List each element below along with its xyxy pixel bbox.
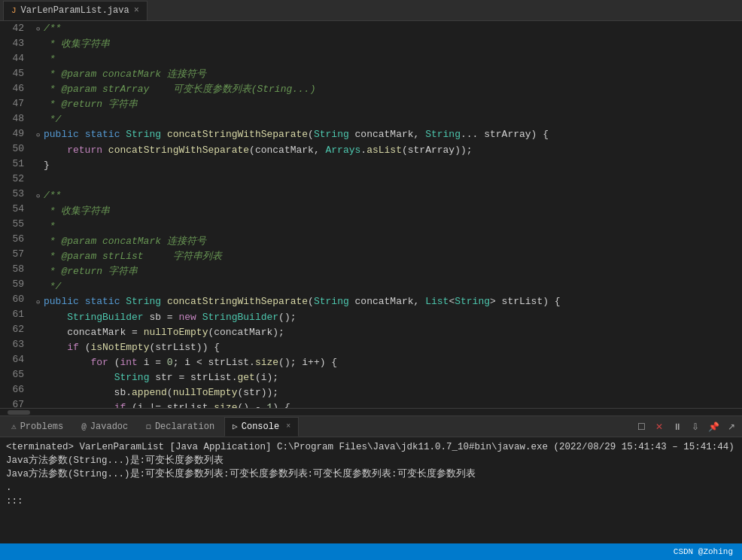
- code-line: * @return 字符串: [36, 264, 742, 279]
- scroll-lock-button[interactable]: ⇩: [688, 419, 703, 434]
- line-number: 49: [6, 126, 24, 142]
- collapse-icon[interactable]: ⊖: [36, 295, 44, 310]
- code-line: String str = strList.get(i);: [36, 370, 742, 385]
- code-line: for (int i = 0; i < strList.size(); i++)…: [36, 355, 742, 370]
- editor-tab[interactable]: J VarLenParamList.java ×: [3, 1, 147, 20]
- line-number: 48: [6, 111, 24, 126]
- line-number: 52: [6, 172, 24, 187]
- code-line: * @param strList 字符串列表: [36, 249, 742, 264]
- line-number: 44: [6, 51, 24, 66]
- panel-tab-problems[interactable]: ⚠Problems: [3, 417, 71, 437]
- line-number: 42: [6, 21, 24, 36]
- line-number: 56: [6, 232, 24, 247]
- maximize-button[interactable]: ↗: [724, 419, 739, 434]
- code-line: ⊖/**: [36, 21, 742, 37]
- h-scroll-thumb[interactable]: [8, 410, 30, 415]
- code-line: ⊖public static String concatStringWithSe…: [36, 294, 742, 310]
- line-number-gutter: 4243444546474849505152535455565758596061…: [0, 21, 30, 408]
- code-line: if (i != strList.size() - 1) {: [36, 400, 742, 408]
- suspend-button[interactable]: ⏸: [670, 419, 685, 434]
- line-number: 61: [6, 307, 24, 322]
- line-number: 55: [6, 217, 24, 232]
- code-content[interactable]: ⊖/** * 收集字符串 * * @param concatMark 连接符号 …: [30, 21, 742, 408]
- line-number: 65: [6, 367, 24, 382]
- code-line: concatMark = nullToEmpty(concatMark);: [36, 325, 742, 340]
- code-line: *: [36, 52, 742, 67]
- collapse-icon[interactable]: ⊖: [36, 128, 44, 143]
- line-number: 67: [6, 397, 24, 408]
- code-line: *: [36, 219, 742, 234]
- console-output-line: Java方法参数(String...)是:可变长度参数列表: [6, 454, 736, 467]
- code-line: */: [36, 279, 742, 294]
- line-number: 53: [6, 187, 24, 202]
- line-number: 64: [6, 352, 24, 367]
- console-output-line: Java方法参数(String...)是:可变长度参数列表:可变长度参数列表:可…: [6, 467, 736, 481]
- pin-button[interactable]: 📌: [706, 419, 721, 434]
- java-file-icon: J: [11, 6, 17, 15]
- code-line: * 收集字符串: [36, 204, 742, 219]
- line-number: 66: [6, 382, 24, 397]
- console-tab-close[interactable]: ×: [286, 422, 290, 431]
- stop-button[interactable]: ✕: [652, 419, 667, 434]
- console-output-line: :::: [6, 495, 736, 508]
- code-line: return concatStringWithSeparate(concatMa…: [36, 143, 742, 158]
- console-tab-label: Console: [242, 422, 279, 432]
- line-number: 46: [6, 81, 24, 96]
- panel-tab-javadoc[interactable]: @Javadoc: [73, 417, 136, 437]
- panel-tab-declaration[interactable]: ◻Declaration: [138, 417, 223, 437]
- code-editor: 4243444546474849505152535455565758596061…: [0, 21, 742, 408]
- declaration-tab-icon: ◻: [146, 422, 151, 431]
- code-line: if (isNotEmpty(strList)) {: [36, 340, 742, 355]
- editor-tab-bar: J VarLenParamList.java ×: [0, 0, 742, 21]
- code-line: [36, 173, 742, 188]
- minimize-button[interactable]: ☐: [634, 419, 649, 434]
- line-number: 45: [6, 66, 24, 81]
- line-number: 63: [6, 337, 24, 352]
- console-tab-icon: ▷: [233, 422, 238, 431]
- line-number: 59: [6, 277, 24, 292]
- code-line: ⊖public static String concatStringWithSe…: [36, 127, 742, 143]
- code-line: }: [36, 158, 742, 173]
- panel-toolbar: ☐ ✕ ⏸ ⇩ 📌 ↗: [634, 419, 739, 434]
- bottom-panel: ⚠Problems@Javadoc◻Declaration▷Console× ☐…: [0, 415, 742, 543]
- code-line: * 收集字符串: [36, 37, 742, 52]
- code-line: sb.append(nullToEmpty(str));: [36, 385, 742, 400]
- terminated-line: <terminated> VarLenParamList [Java Appli…: [6, 440, 736, 454]
- line-number: 47: [6, 96, 24, 111]
- line-number: 60: [6, 292, 24, 307]
- line-number: 62: [6, 322, 24, 337]
- code-line: * @param strArray 可变长度参数列表(String...): [36, 82, 742, 97]
- declaration-tab-label: Declaration: [155, 422, 214, 432]
- line-number: 43: [6, 36, 24, 51]
- tab-close-icon[interactable]: ×: [134, 5, 139, 16]
- code-line: StringBuilder sb = new StringBuilder();: [36, 310, 742, 325]
- code-line: */: [36, 112, 742, 127]
- line-number: 54: [6, 202, 24, 217]
- tab-filename: VarLenParamList.java: [21, 5, 129, 16]
- code-line: * @param concatMark 连接符号: [36, 234, 742, 249]
- panel-tab-console[interactable]: ▷Console×: [224, 417, 299, 437]
- code-line: * @param concatMark 连接符号: [36, 67, 742, 82]
- line-number: 58: [6, 262, 24, 277]
- collapse-icon[interactable]: ⊖: [36, 22, 44, 37]
- problems-tab-icon: ⚠: [11, 422, 17, 431]
- status-bar: CSDN @Zohing: [0, 543, 742, 560]
- line-number: 51: [6, 157, 24, 172]
- javadoc-tab-label: Javadoc: [90, 422, 128, 432]
- code-line: ⊖/**: [36, 188, 742, 204]
- javadoc-tab-icon: @: [81, 422, 87, 431]
- console-output-line: .: [6, 481, 736, 495]
- line-number: 50: [6, 142, 24, 157]
- collapse-icon[interactable]: ⊖: [36, 189, 44, 204]
- problems-tab-label: Problems: [20, 422, 64, 432]
- line-number: 57: [6, 247, 24, 262]
- code-line: * @return 字符串: [36, 97, 742, 112]
- console-output: <terminated> VarLenParamList [Java Appli…: [0, 437, 742, 543]
- horizontal-scrollbar[interactable]: [0, 408, 742, 415]
- panel-tab-bar: ⚠Problems@Javadoc◻Declaration▷Console× ☐…: [0, 416, 742, 437]
- status-text: CSDN @Zohing: [674, 547, 733, 556]
